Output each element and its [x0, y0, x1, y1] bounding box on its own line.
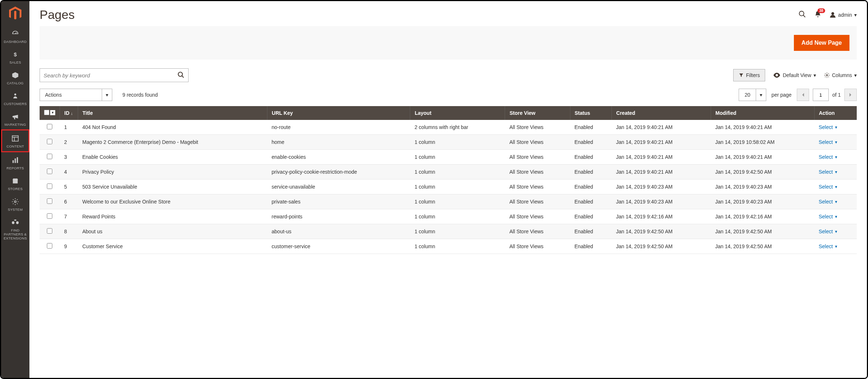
user-menu[interactable]: admin ▾: [829, 12, 857, 18]
col-layout[interactable]: Layout: [410, 106, 505, 120]
cell-store-view: All Store Views: [505, 209, 570, 224]
col-id[interactable]: ID↓: [60, 106, 78, 120]
chevron-left-icon: [802, 93, 804, 97]
row-select-action[interactable]: Select ▼: [819, 214, 838, 219]
prev-page-button[interactable]: [797, 89, 809, 101]
sidebar-item-catalog[interactable]: CATALOG: [1, 67, 29, 88]
chevron-down-icon: ▼: [834, 170, 838, 174]
per-page-toggle[interactable]: ▾: [756, 89, 766, 101]
box-icon: [10, 71, 20, 80]
sidebar-item-content[interactable]: CONTENT: [1, 129, 29, 152]
cell-created: Jan 14, 2019 9:40:21 AM: [612, 165, 711, 180]
actions-dropdown-toggle[interactable]: ▾: [102, 89, 112, 101]
person-icon: [10, 92, 20, 100]
sidebar-item-find-partners-extensions[interactable]: FIND PARTNERS & EXTENSIONS: [1, 214, 29, 243]
page-input[interactable]: [813, 89, 829, 101]
user-icon: [829, 12, 836, 18]
cell-created: Jan 14, 2019 9:40:21 AM: [612, 120, 711, 135]
col-action: Action: [814, 106, 857, 120]
pages-table: ▼ ID↓ Title URL Key Layout Store View St…: [40, 106, 857, 254]
chevron-down-icon: ▼: [834, 215, 838, 219]
cell-layout: 1 column: [410, 209, 505, 224]
col-title[interactable]: Title: [78, 106, 267, 120]
col-url-key[interactable]: URL Key: [267, 106, 410, 120]
table-row: 8About usabout-us1 columnAll Store Views…: [40, 224, 857, 239]
row-select-action[interactable]: Select ▼: [819, 169, 838, 175]
row-select-action[interactable]: Select ▼: [819, 139, 838, 145]
sidebar-item-dashboard[interactable]: DASHBOARD: [1, 26, 29, 47]
table-row: 2Magento 2 Commerce (Enterprise) Demo - …: [40, 135, 857, 150]
cell-status: Enabled: [570, 239, 612, 254]
col-status[interactable]: Status: [570, 106, 612, 120]
chevron-down-icon: ▼: [834, 125, 838, 129]
row-select-action[interactable]: Select ▼: [819, 154, 838, 160]
filters-button[interactable]: Filters: [733, 69, 765, 81]
cell-status: Enabled: [570, 150, 612, 165]
select-all-dropdown[interactable]: ▼: [50, 110, 55, 115]
row-checkbox-cell: [40, 180, 60, 194]
columns-control[interactable]: Columns ▾: [824, 72, 857, 78]
chevron-down-icon: ▼: [834, 200, 838, 204]
actionbar: Add New Page: [40, 26, 857, 60]
row-checkbox[interactable]: [47, 169, 52, 174]
default-view-control[interactable]: Default View ▾: [773, 72, 816, 78]
select-all-checkbox[interactable]: [44, 110, 49, 115]
toolbar2-right: 20 ▾ per page of 1: [739, 89, 857, 101]
magento-logo-icon: [9, 7, 21, 20]
row-select-action[interactable]: Select ▼: [819, 243, 838, 249]
row-checkbox[interactable]: [47, 198, 52, 204]
magento-logo[interactable]: [1, 1, 29, 26]
row-checkbox-cell: [40, 224, 60, 239]
svg-line-10: [803, 15, 806, 17]
cell-layout: 1 column: [410, 194, 505, 209]
add-new-page-button[interactable]: Add New Page: [794, 35, 849, 51]
notifications-button[interactable]: 38: [814, 11, 821, 19]
per-page-value: 20: [739, 92, 756, 98]
sidebar-item-marketing[interactable]: MARKETING: [1, 109, 29, 129]
next-page-button[interactable]: [844, 89, 857, 101]
table-header-row: ▼ ID↓ Title URL Key Layout Store View St…: [40, 106, 857, 120]
sidebar-item-reports[interactable]: REPORTS: [1, 152, 29, 173]
cell-status: Enabled: [570, 180, 612, 194]
cell-title: Magento 2 Commerce (Enterprise) Demo - M…: [78, 135, 267, 150]
actions-label: Actions: [40, 92, 102, 98]
row-select-action[interactable]: Select ▼: [819, 229, 838, 234]
sidebar-item-system[interactable]: SYSTEM: [1, 194, 29, 214]
col-created[interactable]: Created: [612, 106, 711, 120]
row-checkbox[interactable]: [47, 124, 52, 129]
row-checkbox[interactable]: [47, 139, 52, 144]
search-icon[interactable]: [798, 10, 806, 19]
topbar-right: 38 admin ▾: [798, 10, 857, 19]
table-row: 6Welcome to our Exclusive Online Storepr…: [40, 194, 857, 209]
sidebar-item-sales[interactable]: $SALES: [1, 47, 29, 67]
row-checkbox[interactable]: [47, 154, 52, 159]
cell-created: Jan 14, 2019 9:42:16 AM: [612, 209, 711, 224]
chevron-down-icon: ▾: [854, 72, 857, 78]
row-select-action[interactable]: Select ▼: [819, 199, 838, 205]
per-page-select[interactable]: 20 ▾: [739, 89, 766, 101]
eye-icon: [773, 73, 780, 78]
cell-store-view: All Store Views: [505, 150, 570, 165]
row-checkbox[interactable]: [47, 213, 52, 219]
sidebar-item-customers[interactable]: CUSTOMERS: [1, 88, 29, 109]
cell-url-key: no-route: [267, 120, 410, 135]
actions-dropdown[interactable]: Actions ▾: [40, 89, 112, 101]
cell-status: Enabled: [570, 194, 612, 209]
row-checkbox[interactable]: [47, 243, 52, 249]
svg-point-9: [799, 11, 804, 16]
search-submit-icon[interactable]: [177, 71, 185, 80]
search-input[interactable]: [44, 72, 177, 78]
col-modified[interactable]: Modified: [711, 106, 814, 120]
total-pages-label: of 1: [832, 92, 841, 98]
row-select-action[interactable]: Select ▼: [819, 184, 838, 190]
cell-layout: 1 column: [410, 239, 505, 254]
cell-url-key: about-us: [267, 224, 410, 239]
svg-rect-5: [13, 160, 14, 163]
cell-title: Welcome to our Exclusive Online Store: [78, 194, 267, 209]
row-select-action[interactable]: Select ▼: [819, 124, 838, 130]
row-checkbox[interactable]: [47, 184, 52, 189]
col-store-view[interactable]: Store View: [505, 106, 570, 120]
sidebar-item-stores[interactable]: STORES: [1, 173, 29, 194]
row-checkbox[interactable]: [47, 228, 52, 234]
sidebar-item-label: SYSTEM: [8, 207, 23, 211]
